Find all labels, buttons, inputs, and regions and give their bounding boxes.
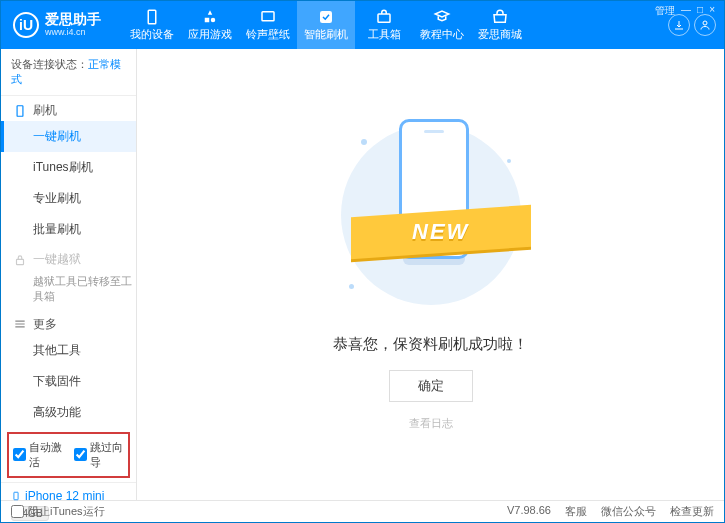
apps-icon: [201, 9, 219, 25]
svg-rect-6: [17, 259, 24, 264]
app-title: 爱思助手: [45, 12, 101, 27]
checkbox-auto-activate[interactable]: 自动激活: [13, 440, 64, 470]
settings-link[interactable]: 管理: [655, 4, 675, 18]
nav-store[interactable]: 爱思商城: [471, 1, 529, 49]
toolbox-icon: [375, 9, 393, 25]
ok-button[interactable]: 确定: [389, 370, 473, 402]
connection-status: 设备连接状态：正常模式: [1, 49, 136, 96]
nav-toolbox[interactable]: 工具箱: [355, 1, 413, 49]
options-highlight-box: 自动激活 跳过向导: [7, 432, 130, 478]
menu-icon: [13, 317, 27, 331]
device-name: iPhone 12 mini: [11, 489, 126, 503]
nav-flash[interactable]: 智能刷机: [297, 1, 355, 49]
support-link[interactable]: 客服: [565, 504, 587, 519]
tutorial-icon: [433, 9, 451, 25]
success-message: 恭喜您，保资料刷机成功啦！: [333, 335, 528, 354]
app-url: www.i4.cn: [45, 28, 101, 38]
svg-rect-3: [378, 14, 390, 22]
sidebar-item-pro[interactable]: 专业刷机: [1, 183, 136, 214]
device-icon: [143, 9, 161, 25]
phone-small-icon: [11, 489, 21, 503]
nav-ringtones[interactable]: 铃声壁纸: [239, 1, 297, 49]
section-jailbreak: 一键越狱: [1, 245, 136, 270]
success-illustration: NEW: [341, 119, 521, 319]
sidebar-item-itunes[interactable]: iTunes刷机: [1, 152, 136, 183]
wallpaper-icon: [259, 9, 277, 25]
nav-my-device[interactable]: 我的设备: [123, 1, 181, 49]
nav-apps[interactable]: 应用游戏: [181, 1, 239, 49]
sidebar-item-batch[interactable]: 批量刷机: [1, 214, 136, 245]
sidebar-item-download[interactable]: 下载固件: [1, 366, 136, 397]
window-top-controls: 管理 — □ ×: [655, 4, 715, 18]
svg-rect-7: [14, 492, 18, 500]
app-logo: iU 爱思助手 www.i4.cn: [1, 12, 111, 38]
nav-tutorials[interactable]: 教程中心: [413, 1, 471, 49]
close-icon[interactable]: ×: [709, 4, 715, 18]
maximize-icon[interactable]: □: [697, 4, 703, 18]
main-content: NEW 恭喜您，保资料刷机成功啦！ 确定 查看日志: [137, 49, 724, 500]
sidebar-item-advanced[interactable]: 高级功能: [1, 397, 136, 428]
svg-rect-2: [320, 11, 332, 23]
jailbreak-note: 越狱工具已转移至工具箱: [1, 270, 136, 310]
phone-icon: [13, 104, 27, 118]
svg-rect-5: [17, 105, 23, 116]
check-update-link[interactable]: 检查更新: [670, 504, 714, 519]
sidebar-item-other[interactable]: 其他工具: [1, 335, 136, 366]
svg-rect-0: [148, 10, 156, 24]
sidebar-item-oneclick[interactable]: 一键刷机: [1, 121, 136, 152]
main-nav: 我的设备 应用游戏 铃声壁纸 智能刷机 工具箱 教程中心 爱思商城: [123, 1, 529, 49]
minimize-icon[interactable]: —: [681, 4, 691, 18]
view-log-link[interactable]: 查看日志: [409, 416, 453, 431]
store-icon: [491, 9, 509, 25]
section-flash[interactable]: 刷机: [1, 96, 136, 121]
version-label: V7.98.66: [507, 504, 551, 519]
svg-rect-1: [262, 11, 274, 20]
logo-icon: iU: [13, 12, 39, 38]
wechat-link[interactable]: 微信公众号: [601, 504, 656, 519]
titlebar: iU 爱思助手 www.i4.cn 我的设备 应用游戏 铃声壁纸 智能刷机 工具…: [1, 1, 724, 49]
section-more[interactable]: 更多: [1, 310, 136, 335]
lock-icon: [13, 253, 27, 267]
checkbox-block-itunes[interactable]: 阻止iTunes运行: [11, 504, 105, 519]
flash-icon: [317, 9, 335, 25]
svg-point-4: [703, 21, 707, 25]
checkbox-skip-guide[interactable]: 跳过向导: [74, 440, 125, 470]
sidebar: 设备连接状态：正常模式 刷机 一键刷机 iTunes刷机 专业刷机 批量刷机 一…: [1, 49, 137, 500]
